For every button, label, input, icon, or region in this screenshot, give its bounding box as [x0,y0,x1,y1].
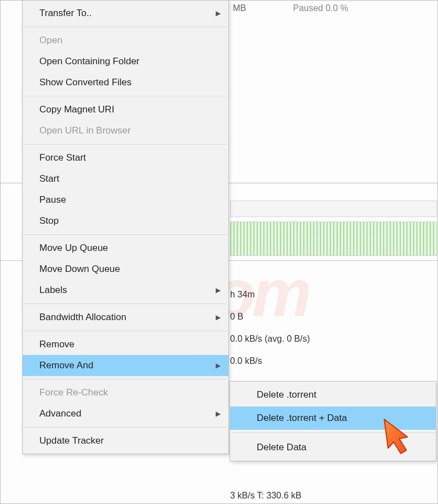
context-menu: Transfer To.. ▶ Open Open Containing Fol… [22,0,229,454]
stat-wasted: 0 B [230,306,310,328]
menu-label: Advanced [39,408,82,419]
menu-label: Remove [39,339,74,350]
menu-open-containing-folder[interactable]: Open Containing Folder [23,51,228,72]
menu-label: Pause [39,194,66,205]
menu-remove-and[interactable]: Remove And ▶ [23,355,228,376]
menu-label: Delete Data [257,442,307,453]
menu-separator [24,427,227,428]
menu-remove[interactable]: Remove [23,334,228,355]
menu-label: Bandwidth Allocation [39,312,126,323]
menu-separator [231,433,435,433]
menu-bandwidth-allocation[interactable]: Bandwidth Allocation ▶ [23,307,228,328]
menu-label: Open URL in Browser [39,125,131,136]
menu-label: Force Start [39,152,86,163]
bottom-status-fragment: 3 kB/s T: 330.6 kB [230,491,302,501]
menu-labels[interactable]: Labels ▶ [23,280,228,301]
chevron-right-icon: ▶ [216,313,221,321]
menu-separator [24,331,227,331]
menu-advanced[interactable]: Advanced ▶ [23,403,228,424]
menu-label: Transfer To.. [39,8,91,19]
menu-show-converted-files[interactable]: Show Converted Files [23,72,228,93]
menu-label: Open Containing Folder [39,56,140,67]
menu-label: Labels [39,285,67,296]
menu-separator [24,27,227,27]
menu-force-recheck: Force Re-Check [23,382,228,403]
menu-label: Delete .torrent + Data [257,413,347,424]
menu-label: Copy Magnet URI [39,104,114,115]
menu-pause[interactable]: Pause [23,189,228,210]
size-fragment: MB [233,3,246,13]
stat-down: 0.0 kB/s (avg. 0 B/s) [230,328,310,350]
menu-label: Start [39,173,59,184]
menu-move-up-queue[interactable]: Move Up Queue [23,238,228,259]
submenu-delete-torrent-data[interactable]: Delete .torrent + Data [230,407,436,430]
menu-stop[interactable]: Stop [23,210,228,232]
submenu-delete-data[interactable]: Delete Data [230,436,436,459]
menu-label: Remove And [39,360,93,371]
menu-label: Stop [39,215,59,227]
menu-force-start[interactable]: Force Start [23,147,228,168]
menu-start[interactable]: Start [23,168,228,189]
menu-update-tracker[interactable]: Update Tracker [23,430,228,451]
remove-and-submenu: Delete .torrent Delete .torrent + Data D… [230,381,436,461]
menu-separator [24,379,227,379]
menu-label: Move Down Queue [39,264,120,275]
menu-open-url-browser: Open URL in Browser [23,120,228,141]
menu-separator [24,234,227,235]
progress-bar [230,200,437,217]
menu-separator [24,96,227,96]
menu-label: Update Tracker [39,435,104,446]
chevron-right-icon: ▶ [216,362,221,369]
menu-label: Open [39,35,63,46]
menu-label: Delete .torrent [257,389,317,400]
menu-label: Move Up Queue [39,243,108,254]
menu-label: Force Re-Check [39,387,108,398]
status-fragment: Paused 0.0 % [293,3,348,13]
stat-up: 0.0 kB/s [230,350,310,372]
pieces-bar [230,222,437,256]
menu-label: Show Converted Files [39,77,131,88]
menu-open: Open [23,30,228,51]
menu-transfer-to[interactable]: Transfer To.. ▶ [23,3,228,24]
chevron-right-icon: ▶ [216,9,221,17]
chevron-right-icon: ▶ [216,286,221,294]
menu-copy-magnet-uri[interactable]: Copy Magnet URI [23,99,228,120]
chevron-right-icon: ▶ [216,410,221,418]
menu-separator [24,144,227,145]
menu-separator [24,304,227,304]
submenu-delete-torrent[interactable]: Delete .torrent [230,383,436,407]
menu-move-down-queue[interactable]: Move Down Queue [23,259,228,280]
stat-eta: h 34m [230,284,310,306]
